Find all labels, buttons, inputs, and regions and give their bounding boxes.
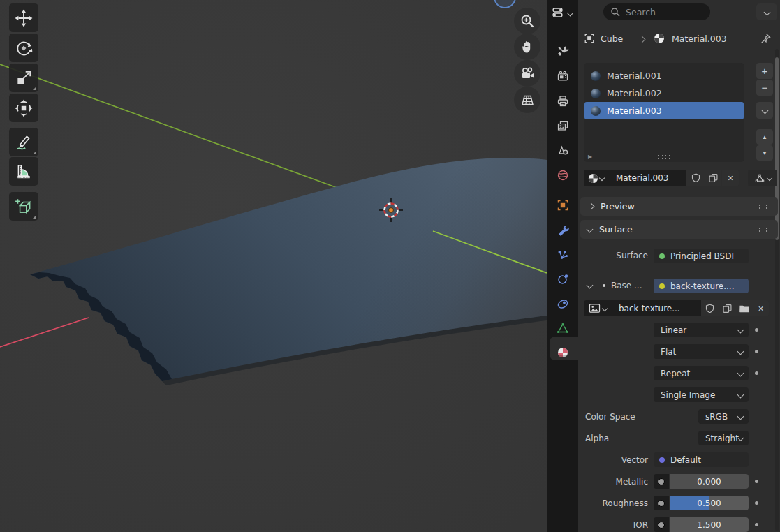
3d-viewport[interactable] [0,0,547,532]
breadcrumb-object[interactable]: Cube [601,34,623,44]
socket-icon [658,500,665,507]
decorator-dot[interactable] [755,371,758,375]
preview-panel-header[interactable]: Preview [580,197,778,216]
shield-icon [691,172,701,184]
material-sphere-icon [588,173,598,184]
tab-render[interactable] [547,65,578,87]
extension-dropdown[interactable]: Repeat [654,366,749,380]
measure-tool-button[interactable] [9,157,38,186]
tool-icon [557,45,569,57]
tab-scene[interactable] [547,140,578,162]
vector-label: Vector [578,453,648,468]
chevron-down-icon [587,226,594,233]
image-fake-user-button[interactable] [701,300,719,316]
panel-drag-grip[interactable] [758,227,771,232]
search-input[interactable] [624,6,697,18]
unlink-image-button[interactable]: × [753,300,769,316]
scene-icon [557,145,569,157]
breadcrumb-material[interactable]: Material.003 [672,34,727,44]
metallic-slider[interactable]: 0.000 [670,474,749,489]
source-dropdown[interactable]: Single Image [654,387,749,402]
scale-tool-button[interactable] [9,64,38,92]
panel-drag-grip[interactable] [758,204,771,209]
image-new-button[interactable] [719,300,735,316]
remove-slot-button[interactable]: − [756,80,773,96]
tab-physics[interactable] [547,268,578,290]
add-cube-tool-button[interactable] [9,192,38,221]
decorator-dot[interactable] [755,328,758,332]
material-name-field[interactable]: Material.003 [608,170,686,186]
socket-icon [658,478,665,485]
base-color-value-button[interactable]: back-texture.... [654,279,749,293]
decorator-dot[interactable] [755,501,758,505]
chevron-down-icon [737,413,744,420]
vector-value-button[interactable]: Default [654,452,749,467]
move-slot-up-button[interactable]: ▲ [756,129,773,145]
tab-output[interactable] [547,90,578,112]
fake-user-button[interactable] [686,170,705,186]
ior-value: 1.500 [670,517,749,532]
material-browse-button[interactable] [584,170,608,186]
tab-particles[interactable] [547,244,578,266]
material-sphere-icon [591,89,601,98]
object-icon [584,33,595,44]
projection-dropdown[interactable]: Flat [654,344,749,359]
move-tool-button[interactable] [9,3,38,32]
alpha-label: Alpha [585,431,609,446]
editor-type-button[interactable] [547,3,578,22]
transform-tool-button[interactable] [9,94,38,122]
decorator-dot[interactable] [755,523,758,526]
chevron-down-icon[interactable] [587,282,594,289]
tab-view-layer[interactable] [547,115,578,138]
pan-view-button[interactable] [514,34,540,60]
tab-object-data[interactable] [547,317,578,339]
chevron-down-icon [737,370,744,377]
tab-world[interactable] [547,164,578,186]
hand-icon [520,39,535,54]
surface-shader-button[interactable]: Principled BSDF [654,249,749,263]
material-sphere-icon [591,106,601,116]
ior-socket-button[interactable] [654,517,669,532]
rotate-tool-button[interactable] [9,34,38,62]
tab-object[interactable] [547,194,578,216]
material-slot-row[interactable]: Material.001 [584,67,744,84]
interpolation-dropdown[interactable]: Linear [654,323,749,337]
tab-tool[interactable] [547,40,578,62]
tab-constraints[interactable] [547,293,578,315]
image-name-field[interactable]: back-texture... [612,300,701,316]
list-resize-grip[interactable] [657,154,670,159]
unlink-material-button[interactable]: × [722,170,739,186]
metallic-socket-button[interactable] [654,474,669,489]
move-slot-down-button[interactable]: ▼ [756,145,773,161]
header-options-button[interactable] [756,3,777,20]
surface-panel-header[interactable]: Surface [580,220,778,239]
slot-specials-button[interactable] [756,102,773,119]
material-slot-row-selected[interactable]: Material.003 [584,102,744,119]
tab-material[interactable] [547,341,578,364]
orthographic-view-button[interactable] [514,87,540,113]
render-icon [557,70,569,82]
new-material-button[interactable] [705,170,721,186]
zoom-view-button[interactable] [514,8,540,34]
roughness-socket-button[interactable] [654,496,669,510]
camera-view-button[interactable] [514,60,540,87]
roughness-slider[interactable]: 0.500 [670,496,749,510]
add-slot-button[interactable]: + [756,63,773,79]
filter-expand-icon[interactable]: ▶ [588,154,592,160]
ior-slider[interactable]: 1.500 [670,517,749,532]
link-material-dropdown[interactable] [748,170,777,186]
open-image-button[interactable] [735,300,753,316]
image-browse-button[interactable] [584,300,612,316]
annotate-tool-button[interactable] [9,128,38,156]
alpha-dropdown[interactable]: Straight [698,431,749,445]
search-box[interactable] [603,3,710,20]
decorator-dot[interactable] [755,480,758,483]
decorator-dot[interactable] [755,350,758,353]
socket-icon [658,522,665,529]
pin-icon[interactable] [760,33,771,44]
tab-modifiers[interactable] [547,219,578,242]
surface-label: Surface [578,249,648,263]
metallic-value: 0.000 [670,474,749,489]
color-space-dropdown[interactable]: sRGB [698,409,749,424]
material-slot-row[interactable]: Material.002 [584,84,744,102]
